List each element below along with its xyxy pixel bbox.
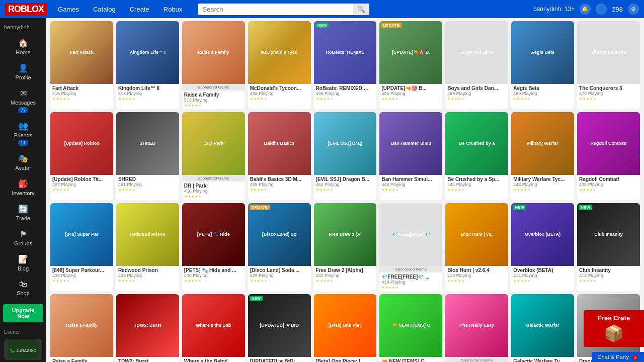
game-card[interactable]: SHRED SHRED 461 Playing ★★★★★ bbox=[116, 112, 179, 200]
game-players: 433 Playing bbox=[118, 273, 177, 278]
game-thumbnail: NEW Club Insanity bbox=[577, 203, 640, 266]
game-card[interactable]: Kingdom Life™ I Kingdom Life™ II 513 Pla… bbox=[116, 21, 179, 109]
game-card[interactable]: McDonald's Tyco McDonald's Tycoon... 498… bbox=[248, 21, 311, 109]
game-card[interactable]: Raise a Family Sponsored Game Raise a Fa… bbox=[182, 21, 245, 109]
game-card[interactable]: The Really Easy Sponsored Game The Reall… bbox=[445, 294, 508, 362]
game-card[interactable]: Where's the Bab Where's the Baby! 401 Pl… bbox=[182, 294, 245, 362]
game-card[interactable]: [EVIL SSJ] Drag [EVIL SSJ] Dragon B... 4… bbox=[314, 112, 377, 200]
game-info: Free Draw 2 [Alpha] 422 Playing ★★★★★ bbox=[314, 266, 377, 285]
chat-party-bar[interactable]: Chat & Party 1 bbox=[592, 352, 644, 362]
game-card[interactable]: Ragdoll Combat! Ragdoll Combat! 435 Play… bbox=[577, 112, 640, 200]
search-input[interactable] bbox=[198, 4, 353, 15]
game-card[interactable]: [Update] Roblox [Update] Roblox Tit... 4… bbox=[50, 112, 113, 200]
rating-stars: ★★★★★ bbox=[118, 279, 177, 283]
game-info: Club Insanity 413 Playing ★★★★★ bbox=[577, 266, 640, 285]
game-info: [UPDATE]🔫🎯 B... 495 Playing ★★★★★ bbox=[379, 84, 442, 103]
game-card[interactable]: Free Draw 2 [Al Free Draw 2 [Alpha] 422 … bbox=[314, 203, 377, 291]
game-info: RoBeats: REMIXED:... 495 Playing ★★★★★ bbox=[314, 84, 377, 103]
rating-stars: ★★★★★ bbox=[250, 279, 309, 283]
game-thumbnail: Galactic Warfar bbox=[511, 294, 574, 357]
game-thumbnail: TDW2: Burst bbox=[116, 294, 179, 357]
rating-stars: ★★★★★ bbox=[579, 279, 638, 283]
game-card[interactable]: UPDATE [UPDATE]🔫🎯 B. [UPDATE]🔫🎯 B... 495… bbox=[379, 21, 442, 109]
game-title: McDonald's Tycoon... bbox=[250, 85, 309, 91]
game-card[interactable]: Galactic Warfar Galactic Warfare Ty... 3… bbox=[511, 294, 574, 362]
game-card[interactable]: [848] Super Par [848] Super Parkour... 4… bbox=[50, 203, 113, 291]
notifications-icon[interactable]: 🔔 bbox=[580, 4, 591, 15]
sidebar-item-friends[interactable]: 👥 Friends 11 bbox=[0, 117, 46, 150]
game-info: Galactic Warfare Ty... 379 Playing ★★★★★ bbox=[511, 357, 574, 362]
game-card[interactable]: [Beta] One Piec [Beta] One Piece: L... 3… bbox=[314, 294, 377, 362]
sidebar-item-home[interactable]: 🏠 Home bbox=[0, 34, 46, 59]
upgrade-button[interactable]: Upgrade Now bbox=[3, 304, 43, 322]
game-card[interactable]: The Conquerors The Conquerors 3 479 Play… bbox=[577, 21, 640, 109]
sidebar-item-shop[interactable]: 🛍 Shop bbox=[0, 276, 46, 300]
home-icon: 🏠 bbox=[18, 38, 28, 48]
settings-icon[interactable]: ⚙ bbox=[628, 4, 639, 15]
game-thumbnail: [Beta] One Piec bbox=[314, 294, 377, 357]
game-card[interactable]: DR | Park Sponsored Game DR | Park 456 P… bbox=[182, 112, 245, 200]
game-thumbnail: Where's the Bab bbox=[182, 294, 245, 357]
sidebar-item-avatar[interactable]: 🎭 Avatar bbox=[0, 150, 46, 175]
nav-catalog[interactable]: Catalog bbox=[90, 6, 119, 13]
game-thumbnail: Raise a Family bbox=[182, 21, 245, 84]
game-card[interactable]: Baldi's Basics Baldi's Basics 3D M... 45… bbox=[248, 112, 311, 200]
trade-icon: 🔄 bbox=[18, 204, 28, 214]
rating-stars: ★★★★★ bbox=[447, 97, 506, 101]
game-card[interactable]: Aegis Beta Aegis Beta 480 Playing ★★★★★ bbox=[511, 21, 574, 109]
profile-icon[interactable]: 👤 bbox=[596, 4, 607, 15]
nav-games[interactable]: Games bbox=[55, 6, 82, 13]
game-card[interactable]: Raise a Family Raise a Family 409 Playin… bbox=[50, 294, 113, 362]
rating-stars: ★★★★★ bbox=[316, 279, 375, 283]
chat-badge: 1 bbox=[632, 355, 638, 360]
game-players: 413 Playing bbox=[579, 273, 638, 278]
game-info: SHRED 461 Playing ★★★★★ bbox=[116, 175, 179, 194]
logo[interactable]: ROBLOX bbox=[5, 3, 47, 16]
game-info: Ban Hammer Simul... 444 Playing ★★★★★ bbox=[379, 175, 442, 194]
sidebar-item-profile[interactable]: 👤 Profile bbox=[0, 59, 46, 84]
game-card[interactable]: Military Warfar Military Warfare Tyc... … bbox=[511, 112, 574, 200]
game-info: Aegis Beta 480 Playing ★★★★★ bbox=[511, 84, 574, 103]
game-info: Redwood Prison 433 Playing ★★★★★ bbox=[116, 266, 179, 285]
game-thumbnail: NEW RoBeats: REMIXE bbox=[314, 21, 377, 84]
game-card[interactable]: 💎FREE[FREE]💎 Sponsored Game 💎FREE[FREE]💎… bbox=[379, 203, 442, 291]
game-players: 435 Playing bbox=[52, 273, 111, 278]
game-info: DR | Park 456 Playing ★★★★★ bbox=[182, 182, 245, 200]
game-card[interactable]: Redwood Prison Redwood Prison 433 Playin… bbox=[116, 203, 179, 291]
game-card[interactable]: TDW2: Burst TDW2: Burst 400 Playing ★★★★… bbox=[116, 294, 179, 362]
sidebar-item-groups[interactable]: ⚑ Groups bbox=[0, 225, 46, 250]
nav-robux[interactable]: Robux bbox=[160, 6, 186, 13]
free-crate-popup[interactable]: Free Crate 📦 bbox=[584, 310, 644, 347]
sidebar-item-trade[interactable]: 🔄 Trade bbox=[0, 200, 46, 225]
game-card[interactable]: Blox Hunt | v2. Blox Hunt | v2.6.4 419 P… bbox=[445, 203, 508, 291]
username-display: bennydinh: 13+ bbox=[533, 6, 575, 13]
rating-stars: ★★★★★ bbox=[447, 279, 506, 283]
game-card[interactable]: 🔫 NEW ITEMS] C 🔫 NEW ITEMS] C... 393 Pla… bbox=[379, 294, 442, 362]
game-title: [Beta] One Piece: L... bbox=[316, 358, 375, 362]
game-card[interactable]: NEW Club Insanity Club Insanity 413 Play… bbox=[577, 203, 640, 291]
game-title: [PETS] 🐾 Hide and ... bbox=[184, 267, 243, 273]
event-thumbnail[interactable]: 🦕 JURASSIC bbox=[4, 339, 42, 360]
game-card[interactable]: Boys and Girls Boys and Girls Dan... 488… bbox=[445, 21, 508, 109]
sidebar-item-inventory[interactable]: 🎒 Inventory bbox=[0, 175, 46, 200]
game-card[interactable]: Fart Attack Fart Attack 516 Playing ★★★★… bbox=[50, 21, 113, 109]
sidebar-item-label: Groups bbox=[14, 240, 32, 246]
game-card[interactable]: NEW [UPDATED] ★ BtD [UPDATED] ★ BtD:... … bbox=[248, 294, 311, 362]
game-info: [Disco Land] Soda ... 429 Playing ★★★★★ bbox=[248, 266, 311, 285]
game-players: 456 Playing bbox=[184, 189, 243, 194]
game-card[interactable]: NEW Overblox (BETA) Overblox (BETA) 414 … bbox=[511, 203, 574, 291]
game-thumbnail: [Update] Roblox bbox=[50, 112, 113, 175]
sidebar-item-messages[interactable]: ✉ Messages 77 bbox=[0, 84, 46, 117]
nav-create[interactable]: Create bbox=[127, 6, 152, 13]
game-card[interactable]: UPDATE [Disco Land] So [Disco Land] Soda… bbox=[248, 203, 311, 291]
game-card[interactable]: NEW RoBeats: REMIXE RoBeats: REMIXED:...… bbox=[314, 21, 377, 109]
game-card[interactable]: Be Crushed by a Be Crushed by a Sp... 44… bbox=[445, 112, 508, 200]
game-card[interactable]: [PETS] 🐾 Hide [PETS] 🐾 Hide and ... 430 … bbox=[182, 203, 245, 291]
search-button[interactable]: 🔍 bbox=[353, 4, 369, 15]
game-players: 419 Playing bbox=[447, 273, 506, 278]
messages-icon: ✉ bbox=[20, 88, 27, 98]
sidebar-item-blog[interactable]: 📝 Blog bbox=[0, 250, 46, 276]
game-card[interactable]: Ban Hammer Simu Ban Hammer Simul... 444 … bbox=[379, 112, 442, 200]
game-thumbnail: UPDATE [Disco Land] So bbox=[248, 203, 311, 266]
new-badge: NEW bbox=[513, 205, 526, 210]
